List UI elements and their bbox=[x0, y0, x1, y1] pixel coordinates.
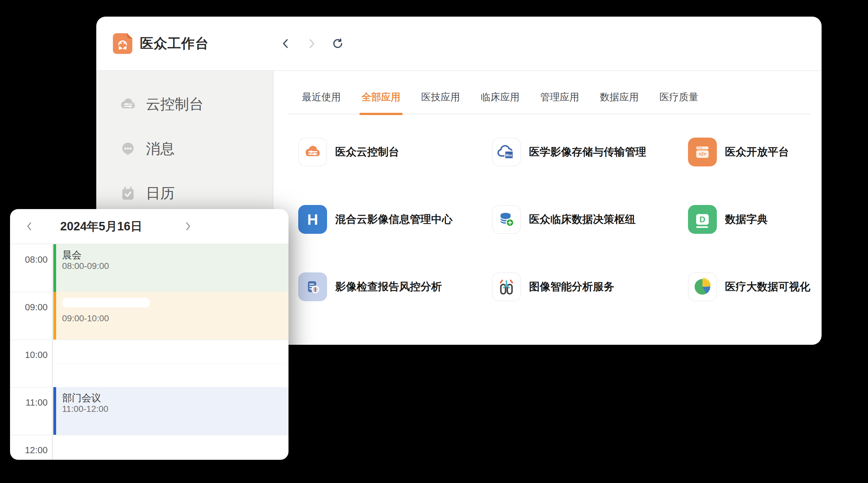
app-label: 医众临床数据决策枢纽 bbox=[529, 212, 636, 227]
app-label: 混合云影像信息管理中心 bbox=[335, 212, 453, 227]
window-header: 医众工作台 bbox=[96, 17, 822, 71]
event-title: 部门会议 bbox=[62, 393, 288, 404]
app-big-data-visualization[interactable]: 医疗大数据可视化 bbox=[688, 272, 810, 301]
calendar-day-view: 08:00 09:00 10:00 11:00 12:00 晨会 08:00-0… bbox=[10, 244, 288, 460]
time-label: 12:00 bbox=[10, 445, 48, 455]
app-image-ai-analysis[interactable]: 图像智能分析服务 bbox=[492, 272, 688, 301]
sidebar-item-cloud-console[interactable]: 云控制台 bbox=[96, 82, 273, 127]
time-label: 08:00 bbox=[10, 255, 48, 265]
tab-all-apps[interactable]: 全部应用 bbox=[362, 91, 400, 104]
app-clinical-data-hub[interactable]: 医众临床数据决策枢纽 bbox=[492, 205, 688, 234]
report-alert-icon bbox=[298, 272, 327, 301]
calendar-event-redacted[interactable]: 09:00-10:00 bbox=[53, 292, 288, 340]
redacted-title-pill bbox=[62, 298, 150, 308]
calendar-check-icon bbox=[119, 184, 137, 202]
chevron-left-icon bbox=[26, 221, 33, 231]
pie-circle bbox=[694, 279, 710, 295]
app-imaging-storage[interactable]: Mos 医学影像存储与传输管理 bbox=[492, 138, 688, 166]
refresh-icon bbox=[332, 38, 344, 50]
app-title: 医众工作台 bbox=[140, 34, 209, 53]
pie-chart-icon bbox=[688, 272, 717, 301]
tab-quality[interactable]: 医疗质量 bbox=[659, 91, 699, 104]
calendar-event-morning-meeting[interactable]: 晨会 08:00-09:00 bbox=[53, 244, 288, 292]
app-label: 影像检查报告风控分析 bbox=[335, 280, 442, 294]
cloud-mos-icon: Mos bbox=[492, 138, 521, 166]
sidebar-item-label: 日历 bbox=[146, 184, 175, 203]
app-label: 数据字典 bbox=[725, 212, 768, 227]
chevron-right-icon bbox=[306, 38, 317, 50]
chevron-right-icon bbox=[184, 221, 191, 231]
event-title: 晨会 bbox=[62, 250, 288, 260]
app-label: 医疗大数据可视化 bbox=[725, 280, 810, 294]
calendar-prev-button[interactable] bbox=[23, 219, 36, 233]
event-time: 09:00-10:00 bbox=[62, 314, 288, 323]
time-label: 11:00 bbox=[10, 397, 48, 408]
page-fold bbox=[127, 33, 132, 38]
tab-clinical[interactable]: 临床应用 bbox=[481, 91, 520, 104]
app-report-risk-analysis[interactable]: 影像检查报告风控分析 bbox=[298, 272, 492, 301]
browser-nav bbox=[280, 17, 344, 70]
time-label: 10:00 bbox=[10, 350, 48, 360]
tab-data[interactable]: 数据应用 bbox=[600, 91, 639, 104]
calendar-header: 2024年5月16日 bbox=[10, 209, 288, 244]
tab-recent[interactable]: 最近使用 bbox=[302, 91, 341, 104]
dictionary-book-icon: D bbox=[688, 205, 717, 234]
tab-management[interactable]: 管理应用 bbox=[540, 91, 579, 104]
robot-face-icon bbox=[115, 36, 130, 51]
calendar-panel: 2024年5月16日 08:00 09:00 10:00 11:00 12:00… bbox=[10, 209, 288, 460]
app-hybrid-cloud-imaging[interactable]: H 混合云影像信息管理中心 bbox=[298, 205, 492, 234]
app-label: 医众开放平台 bbox=[725, 145, 789, 159]
cloud-console-icon bbox=[119, 95, 137, 114]
calendar-date: 2024年5月16日 bbox=[60, 209, 143, 244]
time-gutter-divider bbox=[52, 244, 53, 460]
event-time: 11:00-12:00 bbox=[62, 404, 288, 414]
app-logo-icon bbox=[113, 33, 132, 54]
content-area: 最近使用 全部应用 医技应用 临床应用 管理应用 数据应用 医疗质量 bbox=[274, 71, 822, 344]
app-grid: 医众云控制台 Mos 医学影像存储与传输管理 bbox=[298, 138, 810, 301]
svg-text:Mos: Mos bbox=[506, 154, 513, 157]
code-window-icon: </> bbox=[688, 138, 717, 166]
database-plus-icon bbox=[492, 205, 521, 234]
svg-text:</>: </> bbox=[699, 151, 706, 157]
hour-gridline bbox=[10, 435, 288, 436]
app-label: 医众云控制台 bbox=[335, 145, 399, 159]
app-data-dictionary[interactable]: D 数据字典 bbox=[688, 205, 810, 234]
hour-gridline bbox=[10, 340, 288, 340]
lungs-icon bbox=[492, 272, 521, 301]
event-time: 08:00-09:00 bbox=[62, 261, 288, 271]
app-cloud-console[interactable]: 医众云控制台 bbox=[298, 138, 492, 166]
message-bubble-icon bbox=[119, 140, 137, 158]
sidebar-item-messages[interactable]: 消息 bbox=[96, 127, 273, 171]
tab-medtech[interactable]: 医技应用 bbox=[421, 91, 460, 104]
app-open-platform[interactable]: </> 医众开放平台 bbox=[688, 138, 810, 166]
app-label: 医学影像存储与传输管理 bbox=[529, 145, 646, 159]
sidebar-item-label: 云控制台 bbox=[146, 95, 204, 114]
sidebar-item-label: 消息 bbox=[146, 139, 175, 159]
app-label: 图像智能分析服务 bbox=[529, 280, 614, 294]
app-category-tabs: 最近使用 全部应用 医技应用 临床应用 管理应用 数据应用 医疗质量 bbox=[288, 91, 810, 115]
calendar-event-department-meeting[interactable]: 部门会议 11:00-12:00 bbox=[53, 387, 288, 435]
chevron-left-icon bbox=[280, 38, 291, 50]
refresh-button[interactable] bbox=[332, 37, 344, 50]
screen: 医众工作台 bbox=[0, 0, 868, 483]
letter-h-icon: H bbox=[298, 205, 327, 234]
cloud-sliders-icon bbox=[298, 138, 327, 166]
forward-button[interactable] bbox=[306, 37, 318, 50]
calendar-next-button[interactable] bbox=[181, 219, 195, 233]
back-button[interactable] bbox=[280, 37, 291, 50]
time-label: 09:00 bbox=[10, 302, 48, 313]
